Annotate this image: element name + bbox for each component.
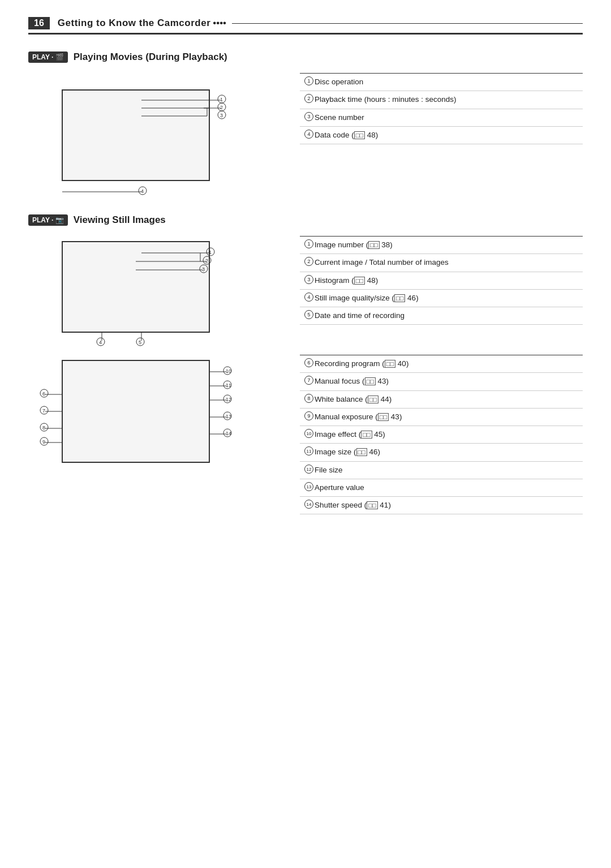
- still-num-5: 5: [304, 310, 313, 319]
- num-1: 1: [304, 76, 313, 85]
- still-num-12: 12: [304, 465, 313, 474]
- still-num-11: 11: [304, 446, 313, 456]
- svg-rect-16: [62, 242, 209, 332]
- still-desc-12: 12 File size: [300, 462, 583, 479]
- still-desc-2: 2 Current image / Total number of images: [300, 254, 583, 272]
- still-desc-14: 14 Shutter speed (□□ 41): [300, 497, 583, 514]
- header-bar: 16 Getting to Know the Camcorder ••••: [28, 17, 583, 35]
- still-desc-10: 10 Image effect (□□ 45): [300, 426, 583, 444]
- svg-text:1: 1: [220, 97, 223, 102]
- num-2: 2: [304, 94, 313, 103]
- still-desc-text-9: Manual exposure (□□ 43): [315, 411, 578, 423]
- play-badge-still: PLAY · 📷: [28, 214, 68, 226]
- still-desc-1: 1 Image number (□□ 38): [300, 237, 583, 254]
- num-3: 3: [304, 112, 313, 121]
- still-desc-5: 5 Date and time of recording: [300, 307, 583, 325]
- play-icon-movies: PLAY · 🎬: [32, 53, 64, 61]
- svg-text:11: 11: [226, 383, 231, 388]
- movies-desc-text-1: Disc operation: [315, 76, 578, 88]
- still-desc-8: 8 White balance (□□ 44): [300, 391, 583, 409]
- svg-rect-0: [62, 90, 209, 181]
- movies-diagram: 1 2 3 4: [28, 73, 289, 197]
- still-num-7: 7: [304, 376, 313, 385]
- still-desc-11: 11 Image size (□□ 46): [300, 444, 583, 461]
- still-num-8: 8: [304, 394, 313, 403]
- svg-text:4: 4: [141, 188, 144, 194]
- header-rule: [232, 23, 583, 24]
- section-movies: PLAY · 🎬 Playing Movies (During Playback…: [28, 51, 583, 197]
- still-desc-text-13: Aperture value: [315, 482, 578, 493]
- still-desc-text-4: Still image quality/size (□□ 46): [315, 293, 578, 304]
- svg-rect-33: [62, 360, 209, 462]
- movies-desc-4: 4 Data code (□□ 48): [300, 127, 583, 144]
- svg-text:10: 10: [226, 368, 231, 374]
- svg-text:2: 2: [220, 105, 223, 110]
- header-title: Getting to Know the Camcorder: [58, 18, 210, 29]
- still-num-10: 10: [304, 429, 313, 438]
- still-num-1: 1: [304, 239, 313, 248]
- still-num-14: 14: [304, 500, 313, 509]
- still-desc-13: 13 Aperture value: [300, 479, 583, 497]
- still-num-4: 4: [304, 293, 313, 302]
- section-still-title: Viewing Still Images: [74, 214, 166, 226]
- still-num-13: 13: [304, 482, 313, 491]
- page-number: 16: [28, 17, 50, 29]
- header-dots: ••••: [213, 18, 226, 29]
- still-desc-6: 6 Recording program (□□ 40): [300, 355, 583, 373]
- still-desc-text-8: White balance (□□ 44): [315, 394, 578, 405]
- still-bottom-row: 10 11 12 13 14: [28, 355, 583, 514]
- movies-desc-text-3: Scene number: [315, 112, 578, 123]
- movies-diagram-svg: 1 2 3 4: [28, 73, 289, 197]
- play-icon-still: PLAY · 📷: [32, 216, 64, 224]
- still-bottom-diagram: 10 11 12 13 14: [28, 355, 289, 514]
- svg-text:3: 3: [202, 267, 205, 272]
- still-desc-text-10: Image effect (□□ 45): [315, 429, 578, 440]
- still-desc-text-7: Manual focus (□□ 43): [315, 376, 578, 387]
- svg-text:13: 13: [226, 414, 231, 419]
- movies-desc-text-2: Playback time (hours : minutes : seconds…: [315, 94, 578, 105]
- movies-desc-3: 3 Scene number: [300, 109, 583, 127]
- still-top-row: 1 2 3 4 5: [28, 236, 583, 349]
- section-movies-title: Playing Movies (During Playback): [74, 51, 227, 63]
- num-4: 4: [304, 130, 313, 139]
- still-bottom-svg: 10 11 12 13 14: [28, 355, 289, 491]
- movies-desc-text-4: Data code (□□ 48): [315, 130, 578, 141]
- svg-text:3: 3: [220, 113, 223, 118]
- play-badge-movies: PLAY · 🎬: [28, 51, 68, 63]
- still-desc-4: 4 Still image quality/size (□□ 46): [300, 290, 583, 307]
- still-desc-text-3: Histogram (□□ 48): [315, 275, 578, 286]
- still-num-3: 3: [304, 275, 313, 284]
- movies-desc-list: 1 Disc operation 2 Playback time (hours …: [300, 73, 583, 197]
- svg-text:12: 12: [226, 397, 231, 402]
- still-num-6: 6: [304, 358, 313, 367]
- svg-text:6: 6: [42, 391, 45, 397]
- svg-text:4: 4: [99, 340, 102, 345]
- still-top-diagram: 1 2 3 4 5: [28, 236, 289, 349]
- section-movies-header: PLAY · 🎬 Playing Movies (During Playback…: [28, 51, 583, 63]
- movies-desc-1: 1 Disc operation: [300, 74, 583, 91]
- section-still-header: PLAY · 📷 Viewing Still Images: [28, 214, 583, 226]
- svg-text:2: 2: [205, 258, 208, 264]
- svg-text:9: 9: [42, 439, 45, 445]
- still-desc-7: 7 Manual focus (□□ 43): [300, 373, 583, 390]
- still-top-desc: 1 Image number (□□ 38) 2 Current image /…: [300, 236, 583, 349]
- still-desc-text-6: Recording program (□□ 40): [315, 358, 578, 369]
- still-desc-text-14: Shutter speed (□□ 41): [315, 500, 578, 511]
- svg-text:8: 8: [42, 425, 45, 431]
- svg-text:14: 14: [226, 431, 231, 436]
- movies-desc-2: 2 Playback time (hours : minutes : secon…: [300, 91, 583, 109]
- movies-content: 1 2 3 4: [28, 73, 583, 197]
- svg-text:5: 5: [139, 340, 141, 345]
- page-container: 16 Getting to Know the Camcorder •••• PL…: [0, 0, 611, 537]
- still-top-svg: 1 2 3 4 5: [28, 236, 289, 349]
- section-still: PLAY · 📷 Viewing Still Images 1: [28, 214, 583, 514]
- still-desc-text-12: File size: [315, 465, 578, 476]
- still-num-2: 2: [304, 257, 313, 266]
- still-desc-text-11: Image size (□□ 46): [315, 446, 578, 458]
- still-desc-text-1: Image number (□□ 38): [315, 239, 578, 251]
- still-desc-text-2: Current image / Total number of images: [315, 257, 578, 268]
- still-num-9: 9: [304, 411, 313, 420]
- still-desc-9: 9 Manual exposure (□□ 43): [300, 409, 583, 426]
- still-bottom-desc: 6 Recording program (□□ 40) 7 Manual foc…: [300, 355, 583, 514]
- svg-text:7: 7: [42, 408, 45, 414]
